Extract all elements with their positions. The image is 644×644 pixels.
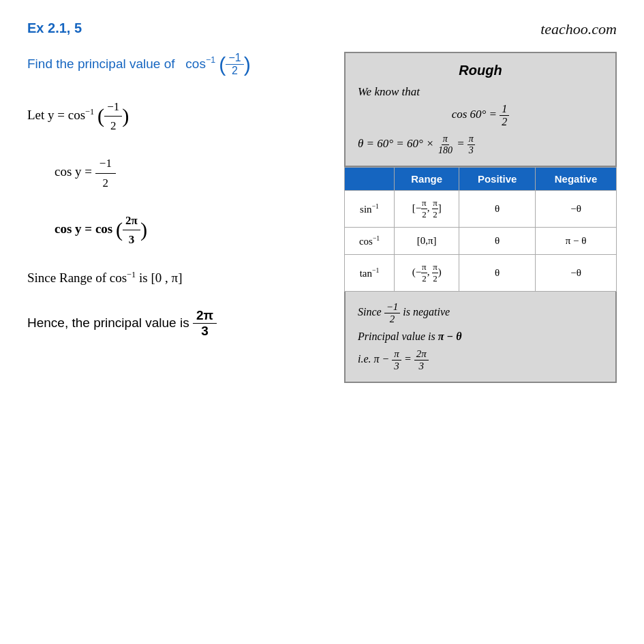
table-cell-cos-range: [0,π]	[395, 228, 459, 255]
table-row-sin: sin−1 [− π 2 , π 2 ] θ −θ	[345, 191, 617, 228]
rough-bottom: Since −1 2 is negative Principal value i…	[344, 292, 617, 383]
step-cosy-num: −1	[95, 154, 116, 173]
rough-bottom-line3: i.e. π − π 3 = 2π 3	[358, 348, 603, 372]
rough-bottom-frac: −1 2	[384, 301, 401, 325]
table-header-row: Range Positive Negative	[345, 168, 617, 191]
rough-theta-frac: π 180	[437, 134, 454, 156]
exercise-title: Ex 2.1, 5	[27, 20, 82, 36]
answer-frac: 2π 3	[193, 308, 217, 339]
step-cosy-cos-den: 3	[126, 230, 138, 249]
page: Ex 2.1, 5 teachoo.com Find the principal…	[0, 0, 644, 644]
header: Ex 2.1, 5 teachoo.com	[27, 20, 617, 38]
step-let-y-close: )	[122, 104, 129, 127]
answer-num: 2π	[193, 308, 217, 324]
rough-theta-frac-den: 180	[437, 145, 454, 156]
table-row-tan: tan−1 (− π 2 , π 2 ) θ −θ	[345, 255, 617, 292]
question-fraction: −1 2	[226, 52, 243, 77]
rough-theta-result-num: π	[467, 134, 475, 145]
rough-cos60-frac: 1 2	[500, 103, 509, 128]
step-cosy-text: cos y =	[55, 164, 95, 179]
since-range-text: Since Range of cos−1 is [0 , π]	[27, 271, 182, 285]
table-cell-sin-range: [− π 2 , π 2 ]	[395, 191, 459, 228]
rough-title: Rough	[358, 63, 603, 78]
step-cosy-cos-text: cos y = cos	[55, 221, 112, 236]
step-let-y-den: 2	[108, 117, 119, 135]
table-row-cos: cos−1 [0,π] θ π − θ	[345, 228, 617, 255]
question-sup: −1	[206, 55, 215, 65]
step-cosy-cos-num: 2π	[123, 211, 140, 230]
table-cell-cos-positive: θ	[459, 228, 536, 255]
step-cosy-cos-open: (	[116, 218, 123, 241]
right-panel: Rough We know that cos 60° = 1 2 θ = 60°…	[344, 52, 617, 383]
rough-cos60-den: 2	[500, 116, 509, 128]
answer-text: Hence, the principal value is	[27, 315, 189, 329]
step-cosy: cos y = −1 2	[55, 154, 331, 191]
question-text: Find the principal value of	[27, 57, 175, 71]
question-close-paren: )	[244, 52, 251, 76]
table-cell-tan-range: (− π 2 , π 2 )	[395, 255, 459, 292]
question-den: 2	[229, 65, 241, 77]
step-let-y-open: (	[97, 104, 104, 127]
rough-cos60: cos 60° = 1 2	[358, 103, 603, 128]
rough-theta-result-den: 3	[467, 145, 475, 156]
step-cosy-cos: cos y = cos ( 2π 3 )	[55, 211, 331, 249]
table-cell-sin-positive: θ	[459, 191, 536, 228]
rough-bottom-line1: Since −1 2 is negative	[358, 301, 603, 325]
step-let-y-num: −1	[104, 97, 122, 117]
rough-bottom-den: 2	[388, 313, 397, 325]
rough-theta: θ = 60° = 60° × π 180 = π 3	[358, 134, 603, 156]
step-cosy-frac: −1 2	[95, 154, 116, 191]
question-open-paren: (	[219, 52, 226, 76]
rough-bottom-ie-frac1: π 3	[392, 348, 401, 372]
table-cell-cos-negative: π − θ	[536, 228, 617, 255]
table-header-negative: Negative	[536, 168, 617, 191]
rough-bottom-ie-frac2: 2π 3	[414, 348, 429, 372]
step-cosy-den: 2	[99, 174, 113, 192]
rough-box: Rough We know that cos 60° = 1 2 θ = 60°…	[344, 52, 617, 167]
rough-we-know: We know that	[358, 85, 603, 99]
answer-line: Hence, the principal value is 2π 3	[27, 308, 331, 339]
table-cell-tan-positive: θ	[459, 255, 536, 292]
table-cell-cos-func: cos−1	[345, 228, 395, 255]
rough-bottom-num: −1	[384, 301, 401, 313]
table-header-func	[345, 168, 395, 191]
step-let-y-text: Let y = cos−1	[27, 108, 94, 122]
question-num: −1	[226, 52, 243, 65]
table-cell-sin-negative: −θ	[536, 191, 617, 228]
table-header-range: Range	[395, 168, 459, 191]
question-line: Find the principal value of cos−1 ( −1 2…	[27, 52, 331, 77]
trig-table: Range Positive Negative sin−1 [− π 2 ,	[344, 167, 617, 292]
step-let-y-frac: −1 2	[104, 97, 122, 135]
left-content: Find the principal value of cos−1 ( −1 2…	[27, 52, 344, 339]
step-let-y: Let y = cos−1 ( −1 2 )	[27, 97, 331, 135]
step-cosy-cos-frac: 2π 3	[123, 211, 140, 249]
table-cell-tan-func: tan−1	[345, 255, 395, 292]
step-since-range: Since Range of cos−1 is [0 , π]	[27, 268, 331, 288]
main-layout: Find the principal value of cos−1 ( −1 2…	[27, 52, 617, 383]
rough-theta-result-frac: π 3	[467, 134, 475, 156]
table-cell-tan-negative: −θ	[536, 255, 617, 292]
rough-theta-frac-num: π	[442, 134, 449, 145]
answer-den: 3	[198, 324, 212, 339]
step-cosy-cos-close: )	[140, 218, 147, 241]
rough-cos60-num: 1	[500, 103, 509, 116]
rough-bottom-line2: Principal value is π − θ	[358, 331, 603, 343]
brand-logo: teachoo.com	[540, 20, 617, 38]
table-header-positive: Positive	[459, 168, 536, 191]
table-cell-sin-func: sin−1	[345, 191, 395, 228]
